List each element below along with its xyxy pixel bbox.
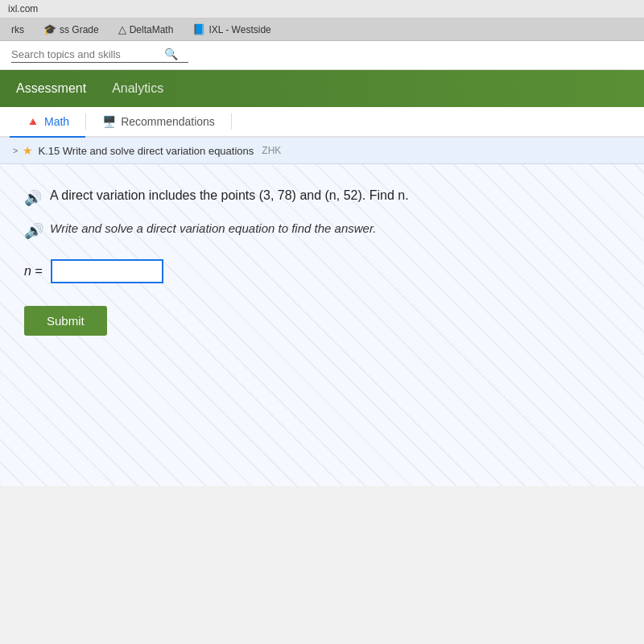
question-main-text: A direct variation includes the points (…	[50, 188, 409, 203]
answer-input[interactable]	[51, 259, 163, 283]
search-container: 🔍	[11, 47, 188, 63]
tab-rks-label: rks	[11, 24, 24, 35]
grade-icon: 🎓	[43, 23, 56, 35]
nav-analytics-label: Analytics	[112, 81, 163, 95]
nav-assessment-label: Assessment	[16, 81, 86, 95]
tab-ixl[interactable]: 📘 IXL - Westside	[188, 22, 275, 37]
audio-button-main[interactable]: 🔊	[24, 189, 42, 207]
tab-deltamath-label: DeltaMath	[130, 24, 174, 35]
nav-bar: Assessment Analytics	[0, 70, 644, 107]
tab-deltamath[interactable]: △ DeltaMath	[114, 22, 179, 37]
breadcrumb-star: ★	[23, 144, 33, 157]
tab-math[interactable]: 🔺 Math	[10, 107, 85, 138]
browser-address-bar: ixl.com	[0, 0, 644, 19]
tab-divider-2	[231, 114, 232, 130]
answer-row: n =	[24, 259, 620, 283]
breadcrumb-bar: > ★ K.15 Write and solve direct variatio…	[0, 138, 644, 164]
answer-label: n =	[24, 264, 43, 279]
nav-analytics[interactable]: Analytics	[109, 72, 167, 105]
tab-grade-label: ss Grade	[60, 24, 99, 35]
submit-label: Submit	[47, 314, 85, 328]
tab-recommendations-label: Recommendations	[121, 115, 215, 128]
tab-recommendations[interactable]: 🖥️ Recommendations	[86, 107, 231, 138]
deltamath-icon: △	[118, 23, 126, 35]
tab-math-label: Math	[44, 115, 69, 128]
tab-rks[interactable]: rks	[6, 23, 29, 37]
search-icon[interactable]: 🔍	[164, 47, 178, 60]
browser-tab-bar: rks 🎓 ss Grade △ DeltaMath 📘 IXL - Wests…	[0, 19, 644, 41]
recommendations-tab-icon: 🖥️	[102, 115, 116, 128]
breadcrumb-code: ZHK	[262, 145, 281, 156]
tab-grade[interactable]: 🎓 ss Grade	[39, 22, 104, 37]
subject-tabs-row: 🔺 Math 🖥️ Recommendations	[0, 107, 644, 138]
math-tab-icon: 🔺	[26, 115, 39, 128]
main-content: 🔊 A direct variation includes the points…	[0, 164, 644, 486]
search-bar: 🔍	[0, 41, 644, 70]
nav-assessment[interactable]: Assessment	[13, 72, 89, 105]
question-main: 🔊 A direct variation includes the points…	[24, 188, 620, 207]
breadcrumb-text: K.15 Write and solve direct variation eq…	[38, 145, 254, 157]
ixl-icon: 📘	[192, 23, 205, 35]
question-hint-text: Write and solve a direct variation equat…	[50, 221, 377, 235]
question-hint: 🔊 Write and solve a direct variation equ…	[24, 221, 620, 240]
search-input[interactable]	[11, 48, 164, 60]
question-block: 🔊 A direct variation includes the points…	[24, 188, 620, 336]
tab-ixl-label: IXL - Westside	[208, 24, 270, 35]
breadcrumb-chevron: >	[13, 146, 18, 155]
submit-button[interactable]: Submit	[24, 306, 107, 336]
audio-button-hint[interactable]: 🔊	[24, 222, 42, 240]
url-text: ixl.com	[8, 3, 38, 14]
